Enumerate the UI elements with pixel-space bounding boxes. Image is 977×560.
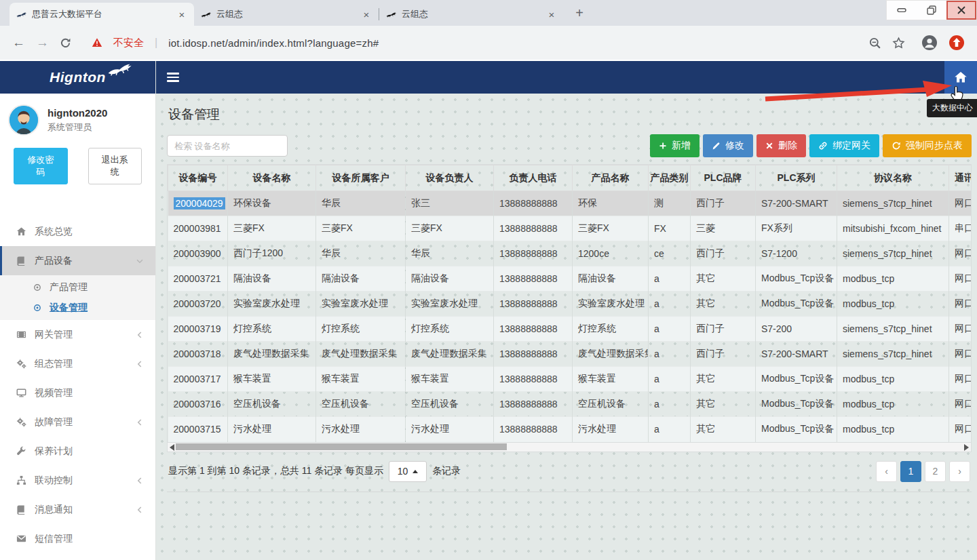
- tab-close-icon[interactable]: ×: [176, 9, 187, 20]
- page-buttons: ‹ 1 2 ›: [876, 461, 970, 482]
- browser-chrome: 思普云大数据平台 × 云组态 × 云组态 × + ← →: [0, 0, 977, 60]
- cell-product-category: a: [649, 342, 691, 367]
- browser-tab-3[interactable]: 云组态 ×: [379, 3, 564, 26]
- table-row[interactable]: 200003717 猴车装置 猴车装置 猴车装置 13888888888 猴车装…: [168, 367, 972, 392]
- sidebar-item-maintenance-plan[interactable]: 保养计划: [0, 437, 155, 466]
- cell-product-category: a: [649, 417, 691, 442]
- browser-tab-1[interactable]: 思普云大数据平台 ×: [9, 3, 194, 26]
- site-favicon-deer-icon: [386, 11, 396, 18]
- page-title: 设备管理: [168, 106, 972, 123]
- tab-title: 云组态: [402, 8, 541, 20]
- scrollbar-thumb[interactable]: [176, 443, 507, 450]
- restore-button[interactable]: [917, 1, 946, 20]
- cell-product-name: 污水处理: [573, 417, 649, 442]
- page-size-value: 10: [398, 466, 408, 477]
- device-id-text: 200003716: [174, 399, 221, 409]
- update-icon[interactable]: [949, 35, 965, 51]
- cell-phone: 13888888888: [494, 292, 573, 317]
- close-button[interactable]: [946, 1, 976, 20]
- reload-icon[interactable]: [60, 37, 71, 49]
- sidebar-item-configuration-management[interactable]: 组态管理: [0, 349, 155, 378]
- delete-button[interactable]: 删除: [756, 134, 806, 157]
- column-header: 通讯: [949, 165, 972, 191]
- tab-close-icon[interactable]: ×: [361, 9, 372, 20]
- screen: 思普云大数据平台 × 云组态 × 云组态 × + ← →: [0, 0, 977, 560]
- home-icon: [15, 226, 28, 237]
- cell-product-category: FX: [649, 216, 691, 241]
- sidebar-item-device-management[interactable]: 设备管理: [0, 298, 155, 318]
- cell-device-name: 废气处理数据采集: [228, 342, 316, 367]
- column-header: PLC系列: [756, 165, 837, 191]
- table-row[interactable]: 200003715 污水处理 污水处理 污水处理 13888888888 污水处…: [168, 417, 972, 442]
- table-row[interactable]: 200003721 隔油设备 隔油设备 隔油设备 13888888888 隔油设…: [168, 266, 972, 292]
- sidebar-item-linkage-control[interactable]: 联动控制: [0, 466, 155, 495]
- table-row[interactable]: 200003719 灯控系统 灯控系统 灯控系统 13888888888 灯控系…: [168, 317, 972, 342]
- sidebar-item-message-notification[interactable]: 消息通知: [0, 495, 155, 524]
- scroll-left-arrow-icon[interactable]: [170, 444, 174, 451]
- cell-protocol: modbus_tcp: [837, 392, 949, 417]
- star-bookmark-icon[interactable]: [892, 37, 905, 49]
- device-id-text: 200003720: [174, 298, 221, 309]
- prev-page-button[interactable]: ‹: [876, 461, 897, 482]
- next-page-button[interactable]: ›: [949, 461, 970, 482]
- table-row[interactable]: 200003900 西门子1200 华辰 华辰 13888888888 1200…: [168, 241, 972, 266]
- change-password-button[interactable]: 修改密码: [14, 148, 68, 184]
- hamburger-menu-icon[interactable]: [167, 73, 179, 82]
- cell-phone: 13888888888: [494, 342, 573, 367]
- profile-icon[interactable]: [921, 35, 938, 51]
- table-row[interactable]: 200004029 环保设备 华辰 张三 13888888888 环保 测 西门…: [168, 191, 972, 216]
- cell-owner: 猴车装置: [406, 367, 494, 392]
- cell-device-id: 200003716: [168, 392, 228, 417]
- table-row[interactable]: 200003720 实验室废水处理 实验室废水处理 实验室废水处理 138888…: [168, 292, 972, 317]
- cell-comm: 网口: [949, 191, 972, 216]
- cell-owner: 废气处理数据采集: [406, 342, 494, 367]
- page-2-button[interactable]: 2: [925, 461, 946, 482]
- cell-owner: 污水处理: [406, 417, 494, 442]
- horizontal-scrollbar[interactable]: [167, 442, 972, 452]
- device-id-text: 200003715: [174, 424, 221, 435]
- cell-device-id: 200003981: [168, 216, 228, 241]
- table-row[interactable]: 200003981 三菱FX 三菱FX 三菱FX 13888888888 三菱F…: [168, 216, 972, 241]
- address-bar[interactable]: iot.idosp.net/admin/index.html?language=…: [168, 37, 379, 49]
- force-sync-button[interactable]: 强制同步点表: [883, 134, 972, 157]
- table-row[interactable]: 200003716 空压机设备 空压机设备 空压机设备 13888888888 …: [168, 392, 972, 417]
- logout-button[interactable]: 退出系统: [88, 148, 142, 184]
- logo-text: Hignton: [50, 69, 106, 85]
- sidebar-item-fault-management[interactable]: 故障管理: [0, 407, 155, 437]
- sidebar-item-space-management[interactable]: 空间管理: [0, 553, 155, 560]
- edit-button[interactable]: 修改: [703, 134, 753, 157]
- sidebar-item-gateway-management[interactable]: 网关管理: [0, 320, 155, 349]
- sidebar-item-video-management[interactable]: 视频管理: [0, 378, 155, 407]
- table-row[interactable]: 200003718 废气处理数据采集 废气处理数据采集 废气处理数据采集 138…: [168, 342, 972, 367]
- cell-phone: 13888888888: [494, 191, 573, 216]
- back-button[interactable]: ←: [12, 35, 25, 50]
- security-warning-icon[interactable]: [92, 37, 102, 48]
- minimize-button[interactable]: [887, 1, 917, 20]
- search-input[interactable]: [167, 135, 288, 157]
- forward-button[interactable]: →: [36, 35, 49, 50]
- zoom-out-icon[interactable]: [868, 37, 881, 49]
- page-1-button[interactable]: 1: [900, 461, 921, 482]
- cell-device-name: 三菱FX: [228, 216, 316, 241]
- sidebar-item-system-overview[interactable]: 系统总览: [0, 217, 155, 246]
- cell-product-name: 废气处理数据采集: [573, 342, 649, 367]
- sidebar-item-product-device[interactable]: 产品设备: [0, 246, 155, 275]
- add-button[interactable]: 新增: [650, 134, 700, 157]
- cell-plc-brand: 三菱: [691, 216, 756, 241]
- sidebar-item-sms-management[interactable]: 短信管理: [0, 524, 155, 553]
- new-tab-button[interactable]: +: [571, 4, 588, 22]
- tab-close-icon[interactable]: ×: [546, 9, 557, 20]
- device-id-text: 200003981: [174, 223, 221, 234]
- page-size-select[interactable]: 10: [389, 461, 427, 482]
- action-buttons: 新增 修改 删除 绑定网关: [650, 134, 972, 157]
- browser-tab-2[interactable]: 云组态 ×: [194, 3, 379, 26]
- cell-phone: 13888888888: [494, 266, 573, 292]
- bind-gateway-button[interactable]: 绑定网关: [809, 134, 879, 157]
- sidebar-menu: 系统总览 产品设备 产品管理 设备管理: [0, 195, 155, 560]
- url-separator: |: [155, 37, 157, 49]
- big-data-center-home-button[interactable]: [944, 61, 977, 94]
- security-warning-label[interactable]: 不安全: [113, 37, 144, 49]
- scroll-right-arrow-icon[interactable]: [964, 444, 969, 451]
- sidebar-item-product-management[interactable]: 产品管理: [0, 277, 155, 298]
- cell-customer: 灯控系统: [316, 317, 406, 342]
